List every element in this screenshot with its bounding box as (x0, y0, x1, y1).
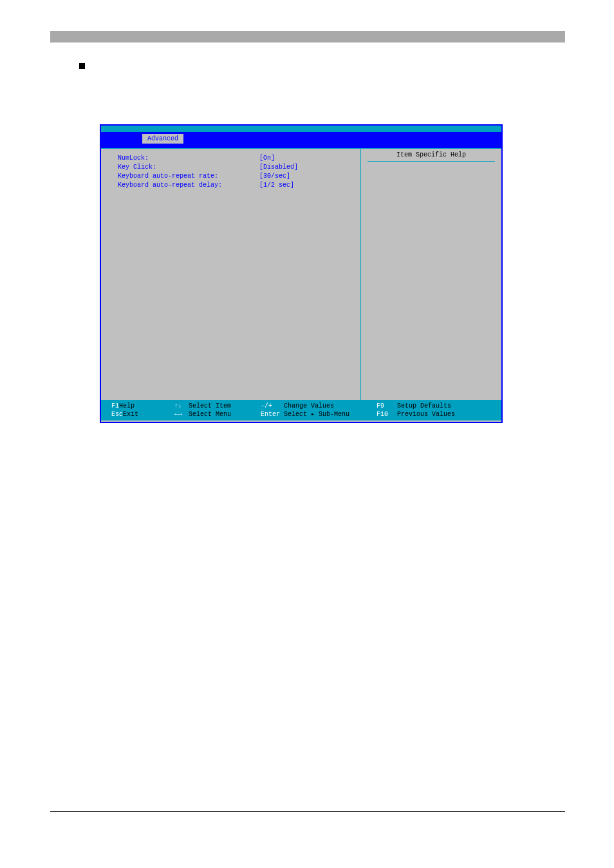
footer-key-minusplus: -/+ (261, 402, 284, 410)
bios-help-panel: Item Specific Help (361, 149, 501, 400)
footer-label-select-menu: Select Menu (189, 410, 235, 419)
setting-value[interactable]: [On] (259, 154, 337, 163)
bios-body: NumLock: [On] Key Click: [Disabled] Keyb… (101, 149, 501, 400)
footer-label-exit: Exit (123, 410, 169, 419)
menu-tab-advanced[interactable]: Advanced (142, 134, 183, 144)
section-bullet-icon (79, 63, 85, 69)
footer-key-enter: Enter (261, 410, 284, 419)
setting-value[interactable]: [1/2 sec] (259, 181, 337, 190)
header-gray-bar (50, 31, 565, 42)
bios-menu-bar[interactable]: Advanced (101, 132, 501, 145)
footer-key-f1: F1 (111, 402, 119, 410)
bios-top-border (101, 126, 501, 132)
page-footer-rule (50, 811, 565, 812)
footer-label-previous-values: Previous Values (397, 410, 455, 419)
footer-label-change-values: Change Values (284, 402, 334, 410)
bios-setup-window: Advanced NumLock: [On] Key Click: [Disab… (100, 124, 503, 423)
footer-label-setup-defaults: Setup Defaults (397, 402, 451, 410)
setting-value[interactable]: [Disabled] (259, 163, 337, 172)
footer-label-select-item: Select Item (189, 402, 235, 410)
footer-label-select-submenu: Select ▸ Sub-Menu (284, 410, 349, 419)
footer-key-leftright-icon: ←→ (174, 410, 189, 419)
setting-row[interactable]: Key Click: [Disabled] (118, 163, 351, 172)
setting-label: NumLock: (118, 154, 259, 163)
setting-row[interactable]: Keyboard auto-repeat rate: [30/sec] (118, 172, 351, 181)
bios-footer: F1 Help ↑↓ Select Item -/+ Change Values… (101, 400, 501, 420)
help-panel-title: Item Specific Help (367, 151, 495, 162)
setting-value[interactable]: [30/sec] (259, 172, 337, 181)
footer-key-f9: F9 (377, 402, 397, 410)
setting-row[interactable]: NumLock: [On] (118, 154, 351, 163)
footer-key-esc: Esc (111, 410, 123, 419)
setting-label: Key Click: (118, 163, 259, 172)
footer-key-f10: F10 (377, 410, 397, 419)
footer-key-updown-icon: ↑↓ (174, 402, 189, 410)
setting-label: Keyboard auto-repeat delay: (118, 181, 259, 190)
setting-label: Keyboard auto-repeat rate: (118, 172, 259, 181)
setting-row[interactable]: Keyboard auto-repeat delay: [1/2 sec] (118, 181, 351, 190)
bios-settings-panel: NumLock: [On] Key Click: [Disabled] Keyb… (101, 149, 361, 400)
footer-label-help: Help (119, 402, 165, 410)
